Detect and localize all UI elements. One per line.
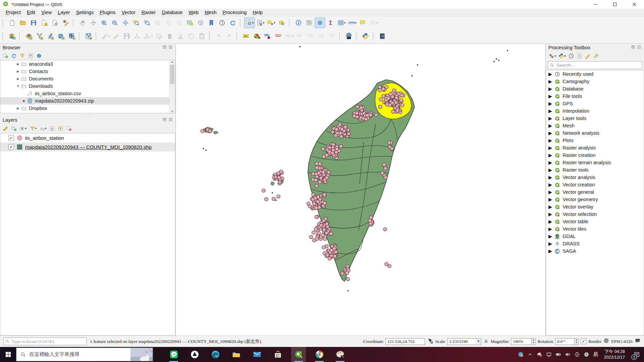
zoom-to-layer-button[interactable] <box>142 17 152 28</box>
processing-group-network-analysis[interactable]: ▶Network analysis <box>546 129 644 137</box>
tree-arrow-icon[interactable]: ▶ <box>548 145 552 150</box>
tree-arrow-icon[interactable]: ▶ <box>548 219 552 224</box>
chevron-down-icon[interactable]: ▾ <box>565 54 566 58</box>
remove-layer-button[interactable] <box>66 126 72 131</box>
maximize-button[interactable] <box>605 0 625 9</box>
minimize-button[interactable] <box>586 0 605 9</box>
processing-group-grass[interactable]: ▶GRASS <box>546 240 644 247</box>
browser-float-icon[interactable] <box>162 45 167 50</box>
filter-browser-button[interactable] <box>19 53 25 59</box>
tray-icon-help[interactable]: ?i <box>518 352 524 357</box>
measure-line-button[interactable]: ▾ <box>347 17 358 28</box>
collapse-all-button[interactable] <box>28 53 34 59</box>
tree-arrow-icon[interactable]: ▶ <box>548 94 552 99</box>
taskbar-app-paint[interactable] <box>333 347 347 362</box>
processing-group-plots[interactable]: ▶Plots <box>546 137 644 144</box>
open-data-source-manager-button[interactable] <box>7 31 17 42</box>
select-features-by-value-button[interactable]: ▾ <box>255 17 266 28</box>
close-button[interactable] <box>625 0 644 9</box>
save-project-button[interactable] <box>28 17 39 28</box>
processing-search-input[interactable] <box>556 62 640 68</box>
toolbar-handle[interactable] <box>236 33 238 40</box>
scroll-thumb[interactable] <box>170 65 174 84</box>
tree-arrow-icon[interactable]: ▶ <box>548 108 552 114</box>
extents-toggle-icon[interactable] <box>427 338 433 345</box>
magnifier-spin[interactable]: 100% ▲▼ <box>511 338 536 345</box>
chevron-down-icon[interactable]: ▾ <box>376 21 378 24</box>
edit-features-in-place-button[interactable] <box>585 53 591 59</box>
render-checkbox[interactable]: ✓ <box>581 339 586 344</box>
zoom-out-button[interactable] <box>109 17 120 28</box>
taskbar-search[interactable]: 在這裡輸入文字來搜尋 <box>16 348 153 361</box>
toolbar-handle[interactable] <box>209 33 211 40</box>
toolbar-handle[interactable] <box>96 33 98 40</box>
tree-arrow-icon[interactable]: ▶ <box>548 116 552 121</box>
processing-group-layer-tools[interactable]: ▶Layer tools <box>546 115 644 122</box>
statistical-summary-button[interactable]: Σ <box>325 17 336 28</box>
menu-settings[interactable]: Settings <box>73 9 97 15</box>
browser-item-anaconda3[interactable]: ▶anaconda3 <box>0 60 175 68</box>
layer-visibility-checkbox[interactable]: ✓ <box>8 144 14 150</box>
tree-arrow-icon[interactable]: ▶ <box>548 138 552 143</box>
crs-status[interactable]: EPSG:4326 <box>611 339 633 344</box>
highlight-pinned-labels-button[interactable]: abc <box>273 31 284 42</box>
tree-arrow-icon[interactable]: ▶ <box>548 79 552 84</box>
new-map-view-button[interactable] <box>184 17 195 28</box>
processing-group-file-tools[interactable]: ▶File tools <box>546 93 644 100</box>
tree-arrow-icon[interactable]: ▶ <box>548 182 552 187</box>
taskbar-app-chrome[interactable] <box>312 347 327 362</box>
tree-arrow-icon[interactable]: ▶ <box>16 107 20 110</box>
manage-map-themes-button[interactable]: ▾ <box>19 126 27 131</box>
open-attribute-table-button[interactable]: ▾ <box>336 17 347 28</box>
metasearch-button[interactable] <box>343 31 354 42</box>
select-features-button[interactable]: ▾ <box>244 17 255 28</box>
tree-arrow-icon[interactable]: ▶ <box>548 71 552 77</box>
menu-raster[interactable]: Raster <box>139 9 159 15</box>
processing-group-saga[interactable]: ▶SAGA <box>546 247 644 255</box>
processing-group-recently-used[interactable]: ▶Recently used <box>546 70 644 78</box>
show-layout-manager-button[interactable] <box>50 17 60 28</box>
python-console-button[interactable] <box>360 31 371 42</box>
menu-view[interactable]: View <box>38 9 55 15</box>
new-virtual-layer-button[interactable] <box>66 31 77 42</box>
filter-by-expression-button[interactable]: ε▾ <box>39 126 47 131</box>
tray-icon-monitor[interactable] <box>546 352 552 357</box>
tree-arrow-icon[interactable]: ▶ <box>548 153 552 158</box>
notification-center[interactable]: 1 <box>631 347 643 362</box>
taskbar-clock[interactable]: 下午 04:28 2022/12/17 <box>604 349 625 360</box>
tree-arrow-icon[interactable]: ▶ <box>22 99 26 103</box>
pin-labels-button[interactable]: ab <box>262 31 273 42</box>
processing-group-raster-creation[interactable]: ▶Raster creation <box>546 152 644 159</box>
toolbar-handle[interactable] <box>373 33 375 40</box>
chevron-down-icon[interactable]: ▾ <box>252 21 254 24</box>
run-feature-action-button[interactable] <box>304 17 315 28</box>
layer-visibility-checkbox[interactable]: ✓ <box>8 135 14 141</box>
processing-group-vector-analysis[interactable]: ▶Vector analysis <box>546 174 644 181</box>
toolbar-handle[interactable] <box>339 33 341 40</box>
deselect-features-button[interactable]: ▾ <box>266 17 276 28</box>
tree-arrow-icon[interactable]: ▶ <box>548 189 552 195</box>
map-canvas[interactable] <box>176 44 545 336</box>
menu-processing[interactable]: Processing <box>220 9 250 15</box>
lock-scale-icon[interactable] <box>483 338 489 345</box>
start-button[interactable] <box>0 347 16 362</box>
menu-edit[interactable]: Edit <box>24 9 38 15</box>
coordinate-input[interactable]: 121.526,24.752 <box>385 338 425 345</box>
processing-group-interpolation[interactable]: ▶Interpolation <box>546 107 644 115</box>
tree-arrow-icon[interactable]: ▶ <box>548 175 552 180</box>
processing-group-vector-selection[interactable]: ▶Vector selection <box>546 210 644 218</box>
add-group-button[interactable] <box>11 126 17 131</box>
new-virtual-layer-dialog-button[interactable] <box>83 31 94 42</box>
tree-arrow-icon[interactable]: ▶ <box>548 197 552 202</box>
zoom-to-selection-button[interactable] <box>131 17 142 28</box>
toolbar-handle[interactable] <box>240 19 242 26</box>
tree-arrow-icon[interactable]: ▶ <box>16 70 20 73</box>
results-viewer-button[interactable] <box>577 53 583 59</box>
processing-group-vector-tiles[interactable]: ▶Vector tiles <box>546 225 644 233</box>
chevron-down-icon[interactable]: ▾ <box>263 21 265 24</box>
map-tips-button[interactable] <box>358 17 368 28</box>
tray-icon-chevron-up[interactable] <box>527 352 533 357</box>
tree-arrow-icon[interactable]: ▶ <box>16 77 20 80</box>
taskbar-app-explorer[interactable] <box>229 347 244 362</box>
processing-options-button[interactable] <box>593 53 599 59</box>
